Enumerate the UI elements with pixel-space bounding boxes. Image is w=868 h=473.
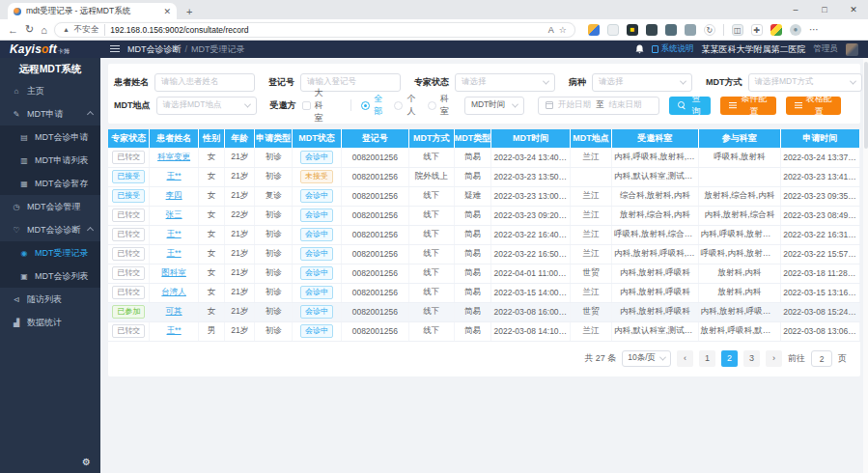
sidebar-item-2[interactable]: ▤MDT会诊申请 bbox=[0, 125, 100, 149]
sidebar-item-0[interactable]: ⌂主页 bbox=[0, 79, 100, 102]
radio-option-全部[interactable]: 全部 bbox=[361, 93, 384, 118]
big-dept-checkbox[interactable] bbox=[302, 101, 311, 110]
page-size-select[interactable]: 10条/页 bbox=[622, 350, 671, 367]
table-row[interactable]: 已接受王**女21岁初诊未接受0082001256院外线上简易2022-03-2… bbox=[108, 167, 860, 186]
table-row[interactable]: 已接受李四女21岁复诊会诊中0082001256线下疑难2022-03-23 1… bbox=[108, 186, 860, 206]
split-screen-icon[interactable]: ◫ bbox=[732, 24, 743, 36]
patient-name-link[interactable]: 王** bbox=[167, 171, 182, 181]
sidebar-item-7[interactable]: ◉MDT受理记录 bbox=[0, 241, 100, 264]
scrollbar-thumb[interactable] bbox=[864, 62, 868, 149]
home-icon[interactable]: ⌂ bbox=[41, 24, 47, 36]
notification-bell-icon[interactable] bbox=[635, 44, 644, 54]
patient-name-link[interactable]: 可其 bbox=[166, 306, 182, 316]
sidebar-item-3[interactable]: ▥MDT申请列表 bbox=[0, 149, 100, 172]
sidebar-item-10[interactable]: ▟数据统计 bbox=[0, 311, 100, 334]
sync-icon[interactable]: ↻ bbox=[704, 24, 715, 36]
disease-select[interactable]: 请选择 bbox=[592, 73, 692, 92]
table-row[interactable]: 已转交台湾人女21岁初诊会诊中0082001256线下简易2022-03-15 … bbox=[108, 283, 860, 302]
patient-name-input[interactable]: 请输入患者姓名 bbox=[154, 73, 255, 92]
column-header: MDT状态 bbox=[293, 129, 342, 148]
radio-option-科室[interactable]: 科室 bbox=[428, 93, 451, 118]
cell-mdt-time: 2022-03-23 13:00:00 bbox=[491, 186, 571, 206]
extension-icon[interactable] bbox=[770, 24, 782, 36]
patient-name-link[interactable]: 图科室 bbox=[161, 267, 186, 277]
sidebar-item-label: MDT受理记录 bbox=[35, 247, 89, 260]
date-start-input[interactable]: 开始日期 bbox=[558, 99, 591, 111]
goto-page-input[interactable]: 2 bbox=[811, 350, 832, 367]
date-end-input[interactable]: 结束日期 bbox=[608, 99, 641, 111]
back-icon[interactable]: ← bbox=[8, 24, 18, 36]
page-button-2[interactable]: 2 bbox=[721, 350, 738, 367]
window-close-icon[interactable]: ✕ bbox=[839, 0, 868, 19]
radio-option-个人[interactable]: 个人 bbox=[394, 93, 417, 118]
cell-gender: 女 bbox=[198, 283, 224, 302]
mdt-mode-select[interactable]: 请选择MDT方式 bbox=[748, 73, 862, 92]
table-row[interactable]: 已参加可其女21岁初诊会诊中0082001256线下简易2022-03-08 1… bbox=[108, 302, 860, 321]
chevron-down-icon bbox=[243, 100, 250, 107]
patient-name-link[interactable]: 王** bbox=[167, 248, 182, 258]
table-row[interactable]: 已转交王**女21岁初诊会诊中0082001256线下简易2022-03-22 … bbox=[108, 225, 860, 244]
browser-profile-icon[interactable]: ● bbox=[790, 24, 801, 36]
cell-gender: 女 bbox=[198, 244, 224, 264]
extension-icon[interactable] bbox=[685, 24, 696, 36]
patient-name-link[interactable]: 李四 bbox=[166, 190, 182, 200]
sidebar-item-8[interactable]: ▣MDT会诊列表 bbox=[0, 264, 100, 288]
patient-name-link[interactable]: 王** bbox=[167, 229, 182, 238]
cell-expert-status: 已转交 bbox=[108, 264, 150, 283]
system-note-link[interactable]: 系统说明 bbox=[652, 43, 694, 55]
app-header: Kayisoft 卡姆 MDT会诊诊断 / MDT受理记录 系统说明 某某医科大… bbox=[0, 41, 868, 58]
extension-icon[interactable] bbox=[607, 24, 619, 36]
settings-gear-icon[interactable]: ⚙ bbox=[82, 457, 91, 467]
favorite-star-icon[interactable]: ☆ bbox=[559, 25, 567, 35]
page-button-1[interactable]: 1 bbox=[699, 350, 715, 367]
cell-age: 21岁 bbox=[225, 186, 255, 206]
extension-icon[interactable]: ■ bbox=[627, 24, 638, 36]
cell-apply-type: 初诊 bbox=[255, 283, 293, 302]
table-config-button[interactable]: 表格配置 bbox=[786, 97, 841, 115]
extension-icon[interactable] bbox=[588, 24, 600, 36]
next-page-button[interactable]: › bbox=[766, 350, 782, 367]
window-maximize-icon[interactable]: □ bbox=[810, 0, 839, 19]
sidebar-item-6[interactable]: ♡MDT会诊诊断 bbox=[0, 218, 100, 241]
mdt-location-select[interactable]: 请选择MDT地点 bbox=[156, 97, 257, 115]
refresh-icon[interactable]: ↻ bbox=[25, 23, 34, 36]
table-row[interactable]: 已转交科室变更女21岁初诊会诊中0082001256线下简易2022-03-24… bbox=[108, 148, 860, 167]
table-row[interactable]: 已转交王**男21岁初诊会诊中0082001256线下简易2022-03-08 … bbox=[108, 321, 860, 341]
sidebar-item-9[interactable]: ⊲随访列表 bbox=[0, 288, 100, 311]
goto-label: 前往 bbox=[788, 352, 805, 365]
scrollbar[interactable] bbox=[863, 58, 868, 473]
extension-icon[interactable] bbox=[665, 24, 677, 36]
table-row[interactable]: 已转交张三女22岁初诊会诊中0082001256线下简易2022-03-23 0… bbox=[108, 206, 860, 225]
sidebar-item-5[interactable]: ◷MDT会诊管理 bbox=[0, 195, 100, 218]
expert-status-select[interactable]: 请选择 bbox=[455, 73, 555, 92]
cell-patient-name: 台湾人 bbox=[150, 283, 199, 302]
collapse-menu-icon[interactable] bbox=[110, 45, 120, 53]
user-avatar[interactable] bbox=[846, 43, 858, 56]
new-tab-button[interactable]: + bbox=[186, 6, 192, 19]
page-button-3[interactable]: 3 bbox=[743, 350, 760, 367]
extensions-puzzle-icon[interactable]: ✚ bbox=[751, 24, 763, 36]
extension-icon[interactable] bbox=[646, 24, 658, 36]
browser-menu-icon[interactable]: ⋯ bbox=[809, 24, 820, 35]
patient-name-link[interactable]: 台湾人 bbox=[161, 287, 186, 296]
cell-apply-time: 2022-03-18 11:28:25 bbox=[781, 264, 860, 283]
browser-tab[interactable]: mdt受理记录 - 远程MDT系统 ✕ bbox=[8, 3, 177, 19]
sidebar-item-4[interactable]: ▦MDT会诊暂存 bbox=[0, 172, 100, 195]
breadcrumb-parent: MDT会诊诊断 bbox=[127, 43, 182, 56]
sidebar-item-1[interactable]: ✎MDT申请 bbox=[0, 102, 100, 125]
time-type-select[interactable]: MDT时间 bbox=[464, 97, 524, 115]
date-range-picker[interactable]: 开始日期 至 结束日期 bbox=[538, 97, 659, 115]
prev-page-button[interactable]: ‹ bbox=[677, 350, 693, 367]
tab-close-icon[interactable]: ✕ bbox=[163, 7, 171, 16]
url-field[interactable]: ▲ 不安全 192.168.0.156:9002/consultate/reco… bbox=[54, 22, 575, 38]
window-minimize-icon[interactable]: – bbox=[781, 0, 810, 19]
table-row[interactable]: 已转交王**女21岁初诊会诊中0082001256线下简易2022-03-22 … bbox=[108, 244, 860, 264]
query-button[interactable]: 查询 bbox=[669, 97, 711, 115]
condition-config-button[interactable]: 条件配置 bbox=[720, 97, 775, 115]
read-aloud-icon[interactable]: A bbox=[548, 25, 554, 35]
patient-name-link[interactable]: 科室变更 bbox=[157, 152, 190, 161]
patient-name-link[interactable]: 张三 bbox=[166, 209, 182, 219]
patient-name-link[interactable]: 王** bbox=[167, 325, 182, 335]
table-row[interactable]: 已转交图科室女21岁初诊会诊中0082001256线下简易2022-04-01 … bbox=[108, 264, 860, 283]
sidebar-item-label: 主页 bbox=[27, 85, 44, 97]
